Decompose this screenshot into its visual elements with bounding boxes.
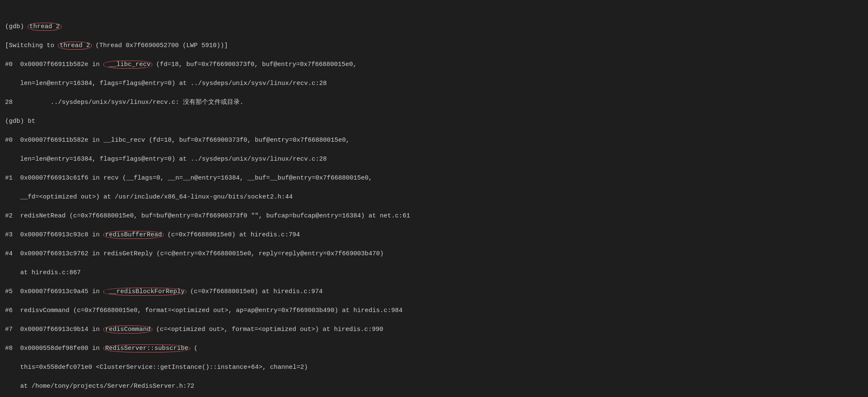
terminal-container: (gdb) thread 2 [Switching to thread 2 (T… <box>5 3 863 397</box>
line-14: at hiredis.c:867 <box>5 268 863 278</box>
line-3: #0 0x00007f66911b582e in __libc_recv (fd… <box>5 60 863 70</box>
line-5: 28 ../sysdeps/unix/sysv/linux/recv.c: 没有… <box>5 98 863 108</box>
line-9: #1 0x00007f66913c61f6 in recv (__flags=0… <box>5 174 863 183</box>
line-11: #2 redisNetRead (c=0x7f66880015e0, buf=b… <box>5 212 863 221</box>
line-1: (gdb) thread 2 <box>5 22 863 32</box>
redisServer-subscribe-circle: RedisServer::subscribe <box>103 344 190 352</box>
redisBufferRead-circle: redisBufferRead <box>103 231 164 239</box>
line-2: [Switching to thread 2 (Thread 0x7f66900… <box>5 41 863 51</box>
line-7: #0 0x00007f66911b582e in __libc_recv (fd… <box>5 136 863 146</box>
line-20: at /home/tony/projects/Server/RedisServe… <box>5 382 863 392</box>
line-6: (gdb) bt <box>5 117 863 127</box>
line-10: __fd=<optimized out>) at /usr/include/x8… <box>5 193 863 202</box>
line-15: #5 0x00007f66913c9a45 in __redisBlockFor… <box>5 287 863 297</box>
line-18: #8 0x0000558def98fe00 in RedisServer::su… <box>5 344 863 354</box>
thread2-circle: thread 2 <box>28 23 61 31</box>
libc-recv-circle: __libc_recv <box>103 61 152 69</box>
line-4: len=len@entry=16384, flags=flags@entry=0… <box>5 79 863 89</box>
line-13: #4 0x00007f66913c9762 in redisGetReply (… <box>5 249 863 259</box>
line-16: #6 redisvCommand (c=0x7f66880015e0, form… <box>5 306 863 316</box>
line-8: len=len@entry=16384, flags=flags@entry=0… <box>5 155 863 164</box>
terminal-output: (gdb) thread 2 [Switching to thread 2 (T… <box>5 3 863 397</box>
line-12: #3 0x00007f66913c93c8 in redisBufferRead… <box>5 230 863 240</box>
line-19: this=0x558defc071e0 <ClusterService::get… <box>5 363 863 373</box>
thread-oval: thread 2 <box>58 42 92 50</box>
redisBlockForReply-circle: __redisBlockForReply <box>103 288 186 296</box>
redisCommand-circle: redisCommand <box>103 326 152 333</box>
gdb-prompt-1: (gdb) <box>5 23 28 30</box>
line-17: #7 0x00007f66913c9b14 in redisCommand (c… <box>5 325 863 335</box>
